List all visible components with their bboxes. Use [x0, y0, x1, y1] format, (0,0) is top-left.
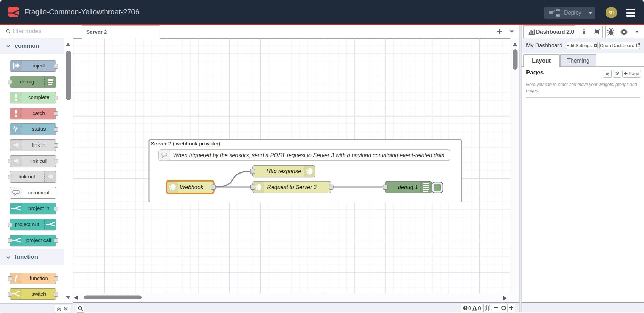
svg-text:f: f: [15, 274, 18, 282]
svg-text:0: 0: [468, 305, 471, 311]
svg-text:When triggered by the sensors,: When triggered by the sensors, send a PO…: [173, 152, 446, 158]
svg-text:Server 2 ( webhook provider): Server 2 ( webhook provider): [151, 141, 220, 146]
svg-text:Webhook: Webhook: [180, 184, 203, 190]
svg-text:0: 0: [478, 305, 481, 311]
svg-text:Http response: Http response: [266, 168, 301, 174]
svg-text:i: i: [583, 28, 585, 36]
svg-text:debug 1: debug 1: [398, 184, 418, 190]
svg-text:Request to Server 3: Request to Server 3: [267, 184, 316, 190]
